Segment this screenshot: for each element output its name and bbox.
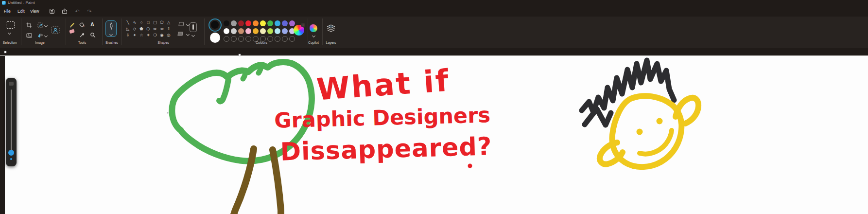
colour-swatch[interactable]	[275, 28, 280, 34]
shape-icon[interactable]: ◉	[158, 32, 165, 38]
shape-icon[interactable]: ╲	[124, 19, 131, 26]
background-colour-swatch[interactable]	[210, 33, 220, 43]
group-label-colours: Colours	[247, 41, 276, 44]
paint-app-icon	[2, 1, 6, 5]
add-colour-badge[interactable]: +	[301, 23, 305, 27]
empty-colour-slot[interactable]	[282, 36, 288, 42]
colour-swatch[interactable]	[224, 28, 229, 34]
colour-swatch[interactable]	[260, 28, 266, 34]
colour-swatch[interactable]	[260, 20, 266, 26]
palette-row-2	[224, 28, 295, 34]
chevron-down-icon[interactable]	[186, 33, 190, 36]
shape-icon[interactable]: ○	[138, 19, 145, 26]
colour-swatch[interactable]	[253, 28, 259, 34]
shape-icon[interactable]: ⇦	[158, 26, 165, 32]
shape-icon[interactable]: ❍	[152, 32, 158, 38]
menu-edit[interactable]: Edit	[16, 8, 26, 15]
eraser-icon[interactable]	[69, 29, 75, 34]
shape-icon[interactable]: ◇	[131, 26, 138, 32]
colour-swatch[interactable]	[238, 20, 244, 26]
colour-swatch[interactable]	[282, 20, 288, 26]
chevron-down-icon[interactable]	[312, 34, 315, 37]
selection-tool-icon[interactable]	[6, 21, 15, 29]
shape-icon[interactable]: ⬟	[138, 26, 145, 32]
shapes-grid: ╲∿○□▢⬠△◺◇⬟⬡⇨⇦⇧⇩✦☆✶❍◉◎	[124, 19, 173, 39]
empty-colour-slot[interactable]	[231, 36, 237, 42]
shape-icon[interactable]: ⬠	[158, 19, 165, 26]
menu-view[interactable]: View	[29, 8, 40, 15]
colour-swatch[interactable]	[231, 28, 237, 34]
shape-icon[interactable]: □	[145, 19, 152, 26]
magnifier-icon[interactable]	[90, 32, 96, 38]
brushes-button[interactable]	[105, 20, 117, 37]
colour-swatch[interactable]	[282, 28, 288, 34]
size-slider-thumb[interactable]	[8, 150, 14, 156]
shape-icon[interactable]: ⬡	[145, 26, 152, 32]
empty-colour-slot[interactable]	[224, 36, 229, 42]
shape-icon[interactable]: ◎	[165, 32, 172, 38]
colour-swatch[interactable]	[289, 20, 295, 26]
shape-icon[interactable]: ⇧	[165, 26, 172, 32]
foreground-colour-swatch[interactable]	[208, 18, 222, 32]
ribbon-toolbar: Selection Image A	[0, 17, 868, 48]
group-label-selection: Selection	[0, 41, 19, 44]
shape-icon[interactable]: ∿	[131, 19, 138, 26]
colour-swatch[interactable]	[267, 28, 273, 34]
group-separator	[66, 18, 66, 45]
text-tool-icon[interactable]: A	[90, 21, 94, 27]
group-label-image: Image	[29, 41, 51, 44]
colour-swatch[interactable]	[224, 20, 229, 26]
colour-swatch[interactable]	[245, 20, 251, 26]
group-label-tools: Tools	[71, 41, 93, 44]
shape-icon[interactable]: ⇨	[152, 26, 158, 32]
share-icon[interactable]	[62, 8, 68, 14]
shape-icon[interactable]: ⇩	[124, 32, 131, 38]
save-icon[interactable]	[49, 8, 55, 14]
shape-icon[interactable]: ☆	[138, 32, 145, 38]
chevron-down-icon[interactable]	[186, 23, 190, 26]
color-picker-icon[interactable]	[79, 32, 85, 38]
empty-colour-slot[interactable]	[289, 36, 295, 42]
group-label-brushes: Brushes	[101, 41, 122, 44]
colour-swatch[interactable]	[238, 28, 244, 34]
shape-icon[interactable]: ✶	[145, 32, 152, 38]
pencil-icon[interactable]	[69, 22, 75, 28]
colour-swatch[interactable]	[231, 20, 237, 26]
resize-icon[interactable]	[37, 22, 43, 28]
redo-icon[interactable]: ↷	[87, 8, 92, 14]
chevron-down-icon[interactable]	[191, 34, 195, 37]
size-slider-track[interactable]	[11, 89, 12, 154]
pen-size-icon	[9, 82, 14, 86]
drawing-canvas[interactable]	[5, 56, 868, 214]
rotate-flip-icon[interactable]	[37, 33, 43, 38]
empty-colour-slot[interactable]	[238, 36, 244, 42]
colour-swatch[interactable]	[245, 28, 251, 34]
crop-icon[interactable]	[26, 22, 32, 28]
size-slider-dot	[10, 158, 12, 160]
copilot-icon[interactable]	[310, 24, 317, 32]
shape-icon[interactable]: ▢	[152, 19, 158, 26]
fill-bucket-icon[interactable]	[79, 22, 85, 28]
picture-icon[interactable]	[26, 33, 32, 38]
undo-icon[interactable]: ↶	[74, 8, 80, 14]
menu-file[interactable]: File	[2, 8, 12, 15]
chevron-down-icon[interactable]	[44, 34, 48, 37]
stroke-size-button[interactable]	[190, 22, 197, 32]
group-separator	[21, 18, 21, 45]
remove-background-icon[interactable]	[51, 26, 60, 34]
shape-fill-icon[interactable]	[177, 31, 184, 37]
shape-icon[interactable]: ✦	[131, 32, 138, 38]
chevron-down-icon[interactable]	[44, 24, 48, 27]
shape-icon[interactable]: ◺	[124, 26, 131, 32]
size-slider-panel	[6, 78, 17, 166]
layers-icon[interactable]	[327, 24, 335, 33]
title-bar: Untitled - Paint File Edit View ↶ ↷	[0, 0, 868, 17]
group-label-layers: Layers	[320, 41, 342, 44]
shape-icon[interactable]: △	[165, 19, 172, 26]
chevron-down-icon[interactable]	[8, 31, 11, 35]
colour-swatch[interactable]	[275, 20, 280, 26]
colour-swatch[interactable]	[267, 20, 273, 26]
chevron-down-icon[interactable]	[109, 33, 113, 36]
colour-swatch[interactable]	[253, 20, 259, 26]
shape-outline-icon[interactable]	[178, 21, 185, 27]
